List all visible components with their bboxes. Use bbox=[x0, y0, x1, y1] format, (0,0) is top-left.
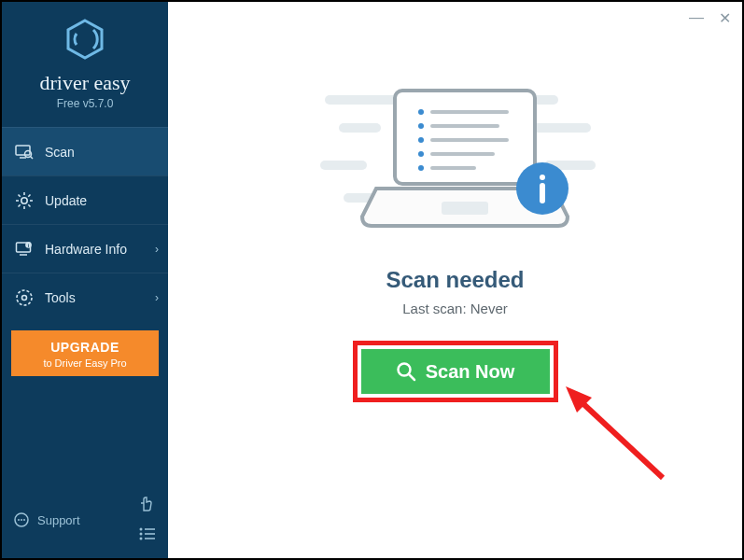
svg-point-46 bbox=[418, 165, 424, 171]
content-area: Scan needed Last scan: Never Scan Now bbox=[168, 2, 742, 402]
sidebar-nav: Scan Update i Hardware Info › Tools › bbox=[2, 127, 168, 321]
last-scan-text: Last scan: Never bbox=[168, 301, 742, 316]
support-link[interactable]: Support bbox=[13, 511, 80, 528]
svg-point-38 bbox=[418, 109, 424, 115]
sidebar-item-label: Hardware Info bbox=[45, 242, 127, 257]
svg-rect-48 bbox=[442, 202, 488, 215]
upgrade-button[interactable]: UPGRADE to Driver Easy Pro bbox=[11, 330, 159, 376]
menu-list-icon[interactable] bbox=[138, 526, 157, 545]
search-icon bbox=[396, 361, 416, 382]
sidebar-item-label: Scan bbox=[45, 145, 75, 160]
svg-point-21 bbox=[18, 519, 20, 521]
app-window: driver easy Free v5.7.0 Scan Update i Ha… bbox=[0, 0, 744, 560]
logo-area: driver easy Free v5.7.0 bbox=[2, 2, 168, 121]
svg-point-24 bbox=[140, 528, 143, 531]
sidebar-item-update[interactable]: Update bbox=[2, 175, 168, 224]
version-label: Free v5.7.0 bbox=[2, 97, 168, 110]
bottom-icons bbox=[138, 495, 157, 545]
svg-line-10 bbox=[19, 194, 21, 196]
window-controls: — ✕ bbox=[689, 9, 731, 27]
gear-icon bbox=[15, 191, 34, 210]
close-button[interactable]: ✕ bbox=[719, 9, 731, 27]
sidebar: driver easy Free v5.7.0 Scan Update i Ha… bbox=[2, 2, 168, 558]
svg-point-5 bbox=[21, 197, 27, 203]
svg-line-12 bbox=[28, 194, 30, 196]
svg-point-23 bbox=[23, 519, 25, 521]
svg-line-13 bbox=[19, 204, 21, 206]
svg-point-18 bbox=[17, 290, 32, 305]
monitor-search-icon bbox=[15, 143, 34, 161]
upgrade-title: UPGRADE bbox=[17, 340, 153, 355]
svg-line-54 bbox=[581, 401, 663, 478]
sidebar-item-tools[interactable]: Tools › bbox=[2, 273, 168, 321]
svg-rect-51 bbox=[540, 183, 545, 203]
scan-button-highlight: Scan Now bbox=[353, 341, 558, 402]
svg-point-50 bbox=[540, 175, 545, 180]
svg-point-42 bbox=[418, 137, 424, 143]
svg-point-40 bbox=[418, 123, 424, 129]
svg-point-28 bbox=[140, 538, 143, 540]
laptop-illustration bbox=[311, 86, 600, 248]
product-name: driver easy bbox=[2, 71, 168, 95]
upgrade-subtitle: to Driver Easy Pro bbox=[17, 357, 153, 369]
svg-line-11 bbox=[28, 204, 30, 206]
chat-icon bbox=[13, 511, 30, 528]
logo-icon bbox=[63, 19, 106, 63]
svg-point-44 bbox=[418, 151, 424, 157]
sidebar-bottom: Support bbox=[2, 485, 168, 558]
svg-line-53 bbox=[409, 374, 414, 380]
scan-now-button[interactable]: Scan Now bbox=[361, 349, 550, 394]
chevron-right-icon: › bbox=[155, 243, 159, 256]
tools-icon bbox=[15, 288, 34, 307]
scan-headline: Scan needed bbox=[168, 267, 742, 293]
main-panel: — ✕ bbox=[168, 2, 742, 558]
annotation-arrow bbox=[560, 385, 672, 487]
sidebar-item-label: Tools bbox=[45, 290, 76, 305]
monitor-info-icon: i bbox=[15, 240, 34, 259]
sidebar-item-label: Update bbox=[45, 193, 87, 208]
sidebar-item-hardware-info[interactable]: i Hardware Info › bbox=[2, 224, 168, 273]
minimize-button[interactable]: — bbox=[689, 9, 704, 27]
support-label: Support bbox=[37, 513, 80, 527]
scan-button-label: Scan Now bbox=[426, 361, 515, 383]
svg-point-26 bbox=[140, 533, 143, 536]
svg-point-22 bbox=[21, 519, 22, 521]
svg-line-4 bbox=[31, 156, 34, 159]
sidebar-item-scan[interactable]: Scan bbox=[2, 127, 168, 175]
chevron-right-icon: › bbox=[155, 291, 159, 304]
svg-point-19 bbox=[22, 295, 27, 300]
feedback-icon[interactable] bbox=[138, 495, 157, 517]
